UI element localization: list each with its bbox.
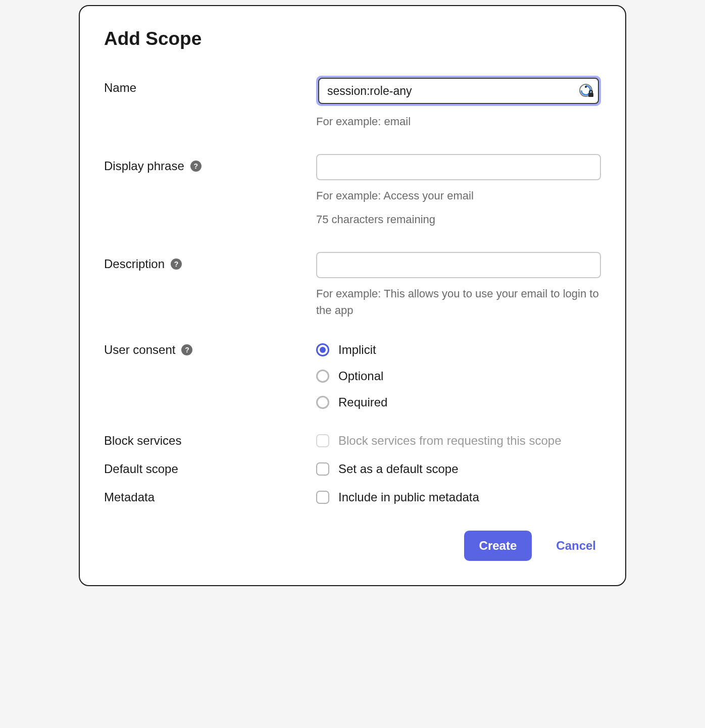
- modal-title: Add Scope: [104, 28, 601, 49]
- metadata-checkbox-label: Include in public metadata: [338, 490, 479, 504]
- name-input[interactable]: [318, 78, 599, 104]
- svg-rect-3: [588, 93, 593, 97]
- field-col: Implicit Optional Required: [316, 343, 601, 409]
- display-phrase-input-wrap: [316, 154, 601, 180]
- label-col: Name: [104, 76, 316, 95]
- radio-implicit[interactable]: Implicit: [316, 343, 601, 357]
- label-col: Description ?: [104, 252, 316, 271]
- description-input-wrap: [316, 252, 601, 278]
- display-phrase-input[interactable]: [316, 154, 601, 180]
- radio-circle-icon: [316, 396, 329, 409]
- field-col: Set as a default scope: [316, 462, 601, 476]
- description-input[interactable]: [316, 252, 601, 278]
- radio-circle-icon: [316, 370, 329, 383]
- field-col: Include in public metadata: [316, 490, 601, 504]
- checkbox-icon: [316, 462, 329, 476]
- block-services-label: Block services: [104, 434, 181, 448]
- label-col: User consent ?: [104, 343, 316, 357]
- add-scope-modal: Add Scope Name For example: email: [79, 5, 626, 586]
- row-user-consent: User consent ? Implicit Optional Require…: [104, 343, 601, 409]
- default-scope-checkbox[interactable]: Set as a default scope: [316, 462, 601, 476]
- name-help-text: For example: email: [316, 113, 601, 130]
- metadata-checkbox[interactable]: Include in public metadata: [316, 490, 601, 504]
- row-default-scope: Default scope Set as a default scope: [104, 462, 601, 476]
- name-label: Name: [104, 81, 136, 95]
- row-name: Name For example: email: [104, 76, 601, 130]
- label-col: Display phrase ?: [104, 154, 316, 173]
- user-consent-label: User consent: [104, 343, 175, 357]
- help-icon[interactable]: ?: [181, 344, 192, 355]
- checkbox-icon: [316, 491, 329, 504]
- svg-point-2: [585, 86, 587, 88]
- button-row: Create Cancel: [104, 531, 601, 561]
- help-icon[interactable]: ?: [190, 161, 202, 172]
- radio-optional[interactable]: Optional: [316, 369, 601, 383]
- field-col: For example: email: [316, 76, 601, 130]
- field-col: Block services from requesting this scop…: [316, 434, 601, 448]
- help-icon[interactable]: ?: [171, 258, 182, 270]
- display-phrase-remaining: 75 characters remaining: [316, 211, 601, 228]
- radio-required[interactable]: Required: [316, 395, 601, 409]
- row-metadata: Metadata Include in public metadata: [104, 490, 601, 504]
- radio-optional-label: Optional: [338, 369, 383, 383]
- display-phrase-help-text: For example: Access your email: [316, 187, 601, 204]
- row-description: Description ? For example: This allows y…: [104, 252, 601, 319]
- label-col: Default scope: [104, 462, 316, 476]
- name-input-wrap: [316, 76, 601, 106]
- radio-circle-icon: [316, 343, 329, 356]
- label-col: Metadata: [104, 490, 316, 504]
- cancel-button[interactable]: Cancel: [551, 531, 601, 561]
- block-services-checkbox-label: Block services from requesting this scop…: [338, 434, 562, 448]
- default-scope-checkbox-label: Set as a default scope: [338, 462, 459, 476]
- field-col: For example: Access your email 75 charac…: [316, 154, 601, 228]
- label-col: Block services: [104, 434, 316, 448]
- create-button[interactable]: Create: [464, 531, 532, 561]
- password-manager-icon[interactable]: [579, 83, 594, 98]
- block-services-checkbox: Block services from requesting this scop…: [316, 434, 601, 448]
- row-display-phrase: Display phrase ? For example: Access you…: [104, 154, 601, 228]
- radio-implicit-label: Implicit: [338, 343, 376, 357]
- description-label: Description: [104, 257, 165, 271]
- radio-required-label: Required: [338, 395, 387, 409]
- metadata-label: Metadata: [104, 490, 155, 504]
- default-scope-label: Default scope: [104, 462, 178, 476]
- user-consent-radio-group: Implicit Optional Required: [316, 343, 601, 409]
- display-phrase-label: Display phrase: [104, 159, 184, 173]
- field-col: For example: This allows you to use your…: [316, 252, 601, 319]
- row-block-services: Block services Block services from reque…: [104, 434, 601, 448]
- description-help-text: For example: This allows you to use your…: [316, 285, 601, 319]
- checkbox-icon: [316, 434, 329, 447]
